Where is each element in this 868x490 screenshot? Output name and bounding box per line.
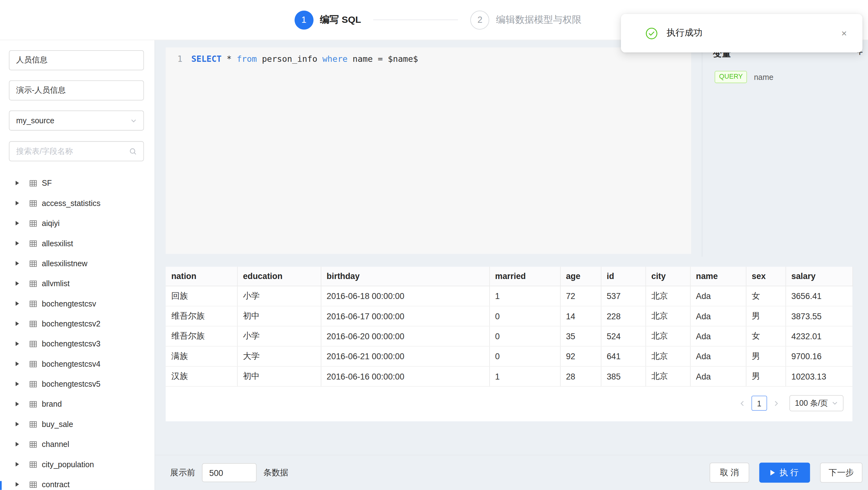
expand-caret-icon[interactable] bbox=[16, 482, 19, 487]
expand-caret-icon[interactable] bbox=[16, 221, 19, 225]
row-limit-label-suffix: 条数据 bbox=[264, 467, 288, 478]
table-cell: 北京 bbox=[646, 306, 690, 326]
toast-close-button[interactable]: × bbox=[841, 28, 847, 38]
expand-caret-icon[interactable] bbox=[16, 402, 19, 406]
table-search-input[interactable] bbox=[9, 142, 143, 161]
table-cell: 北京 bbox=[646, 326, 690, 346]
table-cell: 28 bbox=[560, 366, 601, 386]
execute-button[interactable]: 执 行 bbox=[759, 463, 810, 483]
table-name: bochengtestcsv4 bbox=[42, 359, 100, 368]
table-tree-item[interactable]: bochengtestcsv3 bbox=[0, 334, 154, 354]
app: 1 编写 SQL 2 编辑数据模型与权限 my_source bbox=[0, 0, 868, 490]
column-header: birthday bbox=[321, 267, 489, 286]
row-limit-input[interactable] bbox=[202, 463, 256, 482]
table-row: 回族 小学 2016-06-18 00:00:00 1 72 537 北京 Ad… bbox=[166, 285, 852, 306]
table-tree-item[interactable]: allesxilist bbox=[0, 233, 154, 253]
expand-caret-icon[interactable] bbox=[16, 302, 19, 306]
expand-caret-icon[interactable] bbox=[16, 241, 19, 245]
search-icon bbox=[129, 147, 137, 156]
line-number: 1 bbox=[178, 54, 183, 65]
table-icon bbox=[29, 460, 37, 468]
table-tree-item[interactable]: brand bbox=[0, 394, 154, 414]
footer-actions: 取 消 执 行 下一步 bbox=[710, 463, 862, 483]
table-name: bochengtestcsv3 bbox=[42, 339, 100, 348]
expand-caret-icon[interactable] bbox=[16, 201, 19, 205]
sql-editor[interactable]: 1 SELECT * from person_info where name =… bbox=[166, 48, 691, 254]
next-page-button[interactable] bbox=[770, 398, 782, 409]
table-tree-item[interactable]: bochengtestcsv5 bbox=[0, 374, 154, 394]
table-icon bbox=[29, 259, 37, 268]
table-icon bbox=[29, 440, 37, 449]
expand-caret-icon[interactable] bbox=[16, 281, 19, 285]
table-tree-item[interactable]: bochengtestcsv4 bbox=[0, 354, 154, 374]
table-name: bochengtestcsv bbox=[42, 299, 96, 308]
table-cell: 0 bbox=[489, 326, 560, 346]
dataset-name-input[interactable] bbox=[9, 50, 144, 70]
table-cell: 35 bbox=[560, 326, 601, 346]
table-name: channel bbox=[42, 440, 69, 449]
expand-caret-icon[interactable] bbox=[16, 341, 19, 346]
step-1-number: 1 bbox=[294, 10, 313, 29]
table-tree-item[interactable]: contract bbox=[0, 474, 154, 490]
table-icon bbox=[29, 340, 37, 348]
table-name: brand bbox=[42, 399, 62, 408]
table-row: 满族 大学 2016-06-21 00:00:00 0 92 641 北京 Ad… bbox=[166, 346, 852, 366]
expand-caret-icon[interactable] bbox=[16, 442, 19, 446]
table-tree-item[interactable]: bochengtestcsv2 bbox=[0, 314, 154, 334]
table-cell: Ada bbox=[690, 326, 746, 346]
variable-type-tag: QUERY bbox=[714, 71, 747, 83]
step-1-write-sql[interactable]: 1 编写 SQL bbox=[294, 10, 361, 29]
table-tree-item[interactable]: allesxilistnew bbox=[0, 253, 154, 273]
next-step-button[interactable]: 下一步 bbox=[820, 463, 862, 483]
table-tree-item[interactable]: allvmlist bbox=[0, 273, 154, 294]
table-tree-item[interactable]: channel bbox=[0, 434, 154, 454]
current-page[interactable]: 1 bbox=[751, 396, 767, 411]
table-tree-item[interactable]: bochengtestcsv bbox=[0, 294, 154, 313]
expand-caret-icon[interactable] bbox=[16, 362, 19, 366]
table-cell: 2016-06-18 00:00:00 bbox=[321, 285, 489, 306]
column-header: id bbox=[601, 267, 646, 286]
expand-caret-icon[interactable] bbox=[16, 382, 19, 386]
dataset-display-name-input[interactable] bbox=[9, 80, 144, 100]
variable-row: QUERY name bbox=[714, 71, 773, 83]
table-name: access_statistics bbox=[42, 199, 100, 208]
expand-caret-icon[interactable] bbox=[16, 261, 19, 266]
table-name: allesxilistnew bbox=[42, 259, 87, 268]
table-name: SF bbox=[42, 179, 52, 188]
table-cell: 14 bbox=[560, 306, 601, 326]
cancel-button[interactable]: 取 消 bbox=[710, 463, 749, 483]
expand-caret-icon[interactable] bbox=[16, 462, 19, 466]
table-name: contract bbox=[42, 480, 69, 489]
pagination: 1 100 条/页 bbox=[737, 395, 844, 411]
results-table: nationeducationbirthdaymarriedageidcityn… bbox=[166, 267, 853, 387]
table-cell: Ada bbox=[690, 366, 746, 386]
chevron-down-icon bbox=[130, 117, 137, 124]
table-icon bbox=[29, 219, 37, 227]
table-tree-item[interactable]: aiqiyi bbox=[0, 213, 154, 233]
table-cell: 641 bbox=[601, 346, 646, 366]
table-cell: Ada bbox=[690, 306, 746, 326]
table-icon bbox=[29, 400, 37, 408]
sql-token: person_info bbox=[257, 54, 322, 64]
sql-token: * bbox=[221, 54, 237, 64]
table-cell: 72 bbox=[560, 285, 601, 306]
play-icon bbox=[771, 470, 775, 475]
datasource-select[interactable]: my_source bbox=[9, 111, 144, 130]
expand-caret-icon[interactable] bbox=[16, 181, 19, 185]
step-2-edit-model[interactable]: 2 编辑数据模型与权限 bbox=[470, 10, 582, 29]
table-tree-item[interactable]: access_statistics bbox=[0, 193, 154, 213]
expand-caret-icon[interactable] bbox=[16, 321, 19, 326]
table-cell: 男 bbox=[746, 346, 786, 366]
prev-page-button[interactable] bbox=[737, 398, 748, 409]
expand-caret-icon[interactable] bbox=[16, 422, 19, 426]
table-cell: 女 bbox=[746, 326, 786, 346]
table-tree-item[interactable]: buy_sale bbox=[0, 414, 154, 434]
sidebar-scrollbar-thumb[interactable] bbox=[0, 481, 2, 490]
success-toast: 执行成功 × bbox=[621, 14, 862, 53]
table-tree-item[interactable]: city_population bbox=[0, 454, 154, 474]
sidebar: my_source SF bbox=[0, 40, 155, 490]
column-header: married bbox=[489, 267, 560, 286]
page-size-select[interactable]: 100 条/页 bbox=[789, 395, 844, 411]
results-panel: nationeducationbirthdaymarriedageidcityn… bbox=[166, 267, 852, 421]
table-tree-item[interactable]: SF bbox=[0, 173, 154, 193]
